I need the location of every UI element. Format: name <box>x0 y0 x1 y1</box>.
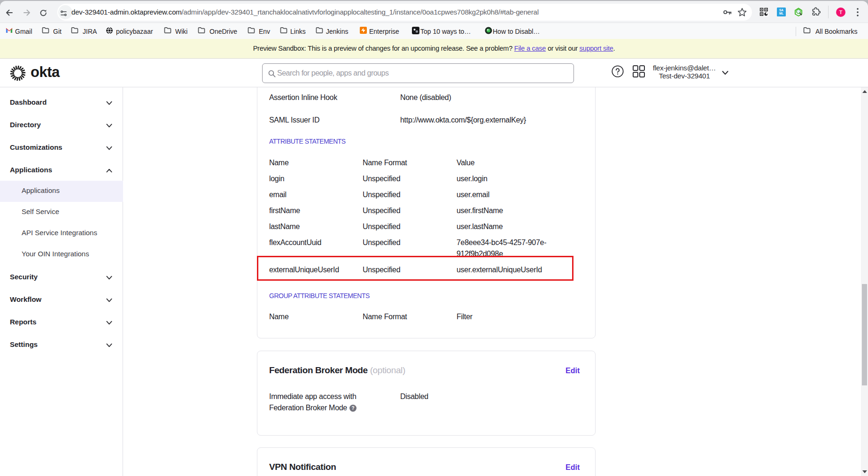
svg-text:SA: SA <box>779 8 783 12</box>
svg-text:ML: ML <box>779 12 783 15</box>
